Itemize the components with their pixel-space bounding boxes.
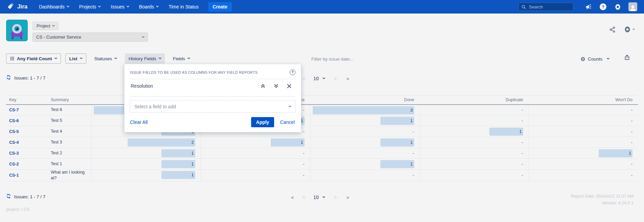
count-cell: - (310, 126, 420, 137)
page-size-select[interactable]: 10 (313, 76, 325, 81)
count-cell: 1 (420, 126, 529, 137)
table-row: CS-3Test 21---1 (6, 148, 638, 159)
count-cell: - (529, 126, 638, 137)
issue-summary: Test 6 (49, 105, 91, 115)
issue-report-table: Key Summary Cannot Reproduce Done Duplic… (6, 95, 638, 181)
move-field-top-icon[interactable] (261, 84, 265, 88)
column-header-wont-do[interactable]: Won't Do (529, 95, 638, 105)
search-box[interactable] (518, 3, 573, 11)
add-field-placeholder: Select a field to add (134, 104, 176, 109)
issue-summary: Test 5 (49, 115, 91, 126)
count-bar (313, 106, 414, 114)
issue-date-filter-input[interactable] (311, 54, 413, 63)
count-cell: 1 (201, 137, 310, 148)
announcements-icon[interactable] (585, 3, 592, 10)
count-value: 1 (192, 170, 194, 180)
issues-count-label: Issues: 1 - 7 / 7 (14, 194, 45, 199)
last-page-button[interactable]: » (346, 75, 349, 81)
chevron-down-icon (187, 57, 190, 59)
issue-key-link[interactable]: CS-4 (9, 140, 19, 145)
refresh-icon[interactable] (6, 75, 11, 81)
issue-key-link[interactable]: CS-6 (9, 118, 19, 123)
export-icon[interactable] (624, 54, 630, 62)
issue-key-link[interactable]: CS-2 (9, 162, 19, 166)
count-cell: - (529, 115, 638, 126)
first-page-button[interactable]: « (291, 194, 293, 200)
count-value: 2 (192, 137, 194, 148)
chevron-down-icon (632, 27, 635, 30)
page-size-select[interactable]: 10 (313, 195, 325, 200)
clear-all-link[interactable]: Clear All (130, 119, 148, 125)
help-icon[interactable]: ? (290, 69, 295, 75)
statuses-dropdown[interactable]: Statuses (91, 53, 121, 64)
cancel-link[interactable]: Cancel (280, 119, 295, 125)
gear-icon[interactable] (614, 3, 621, 10)
issue-key-link[interactable]: CS-5 (9, 129, 19, 134)
table-header-row: Key Summary Cannot Reproduce Done Duplic… (6, 95, 638, 105)
chevron-down-icon (98, 5, 101, 7)
prev-page-button[interactable]: < (302, 75, 305, 81)
table-row: CS-2Test 11-1-- (6, 159, 638, 170)
nav-item-boards[interactable]: Boards (139, 4, 158, 9)
table-row: CS-6Test 511-- (6, 115, 638, 126)
count-value: 1 (410, 137, 413, 148)
next-page-button[interactable]: > (334, 194, 337, 200)
counts-dropdown[interactable]: Counts (580, 54, 609, 64)
divider (130, 96, 295, 97)
nav-item-issues[interactable]: Issues (111, 4, 129, 9)
add-field-select[interactable]: Select a field to add (130, 100, 295, 113)
refresh-icon[interactable] (6, 194, 11, 200)
prev-page-button[interactable]: < (302, 194, 305, 200)
count-cell: - (420, 148, 529, 159)
next-page-button[interactable]: > (334, 75, 337, 81)
report-meta: Report Date: 30/Jun/22 11:07 AM Version:… (571, 193, 634, 206)
issues-count-bar-top: Issues: 1 - 7 / 7 (6, 75, 45, 81)
help-icon[interactable]: ? (599, 3, 607, 10)
apply-button[interactable]: Apply (251, 117, 274, 127)
count-cell: 1 (310, 159, 420, 170)
fields-dropdown[interactable]: Fields (169, 53, 194, 64)
count-cell: - (310, 148, 420, 159)
nav-item-projects[interactable]: Projects (79, 4, 101, 9)
issue-summary: Test 3 (49, 137, 91, 148)
jira-logo[interactable]: Jira (7, 3, 27, 10)
app-window: Jira Dashboards Projects Issues Boards T… (0, 0, 644, 222)
count-cell: - (529, 170, 638, 181)
nav-item-time-in-status[interactable]: Time in Status (169, 4, 199, 9)
history-fields-dropdown[interactable]: History Fields (125, 53, 165, 64)
scope-selector[interactable]: Project (32, 22, 59, 30)
column-header-key[interactable]: Key (6, 95, 49, 105)
view-button[interactable]: List (65, 53, 86, 64)
count-cell: - (420, 170, 529, 181)
column-header-done[interactable]: Done (310, 95, 420, 105)
share-icon[interactable] (609, 26, 616, 33)
project-select[interactable]: CS - Customer Service (32, 32, 148, 42)
count-cell: - (420, 137, 529, 148)
issue-key-link[interactable]: CS-3 (9, 151, 19, 156)
count-bar (380, 117, 414, 125)
count-cell: 1 (91, 148, 201, 159)
remove-field-icon[interactable] (287, 84, 291, 88)
chevron-down-icon (67, 5, 69, 7)
count-value: 1 (629, 148, 631, 159)
count-bar (380, 138, 414, 147)
last-page-button[interactable]: » (346, 194, 349, 200)
search-input[interactable] (529, 4, 566, 9)
settings-gear-icon[interactable] (624, 26, 635, 33)
count-bar (161, 149, 195, 157)
count-cell: - (529, 105, 638, 115)
count-cell: 1 (310, 137, 420, 148)
issue-key-link[interactable]: CS-1 (9, 173, 19, 178)
create-button[interactable]: Create (208, 2, 232, 12)
move-field-bottom-icon[interactable] (274, 84, 279, 88)
chevron-down-icon (80, 57, 82, 59)
issue-summary: Test 4 (49, 126, 91, 137)
report-type-button[interactable]: Any Field Count (6, 53, 61, 64)
user-avatar[interactable] (628, 2, 637, 11)
nav-item-dashboards[interactable]: Dashboards (39, 4, 69, 9)
issue-key-link[interactable]: CS-7 (9, 108, 19, 112)
count-cell: 1 (529, 148, 638, 159)
column-header-summary[interactable]: Summary (49, 95, 91, 105)
eye-icon (580, 57, 585, 62)
column-header-duplicate[interactable]: Duplicate (420, 95, 529, 105)
